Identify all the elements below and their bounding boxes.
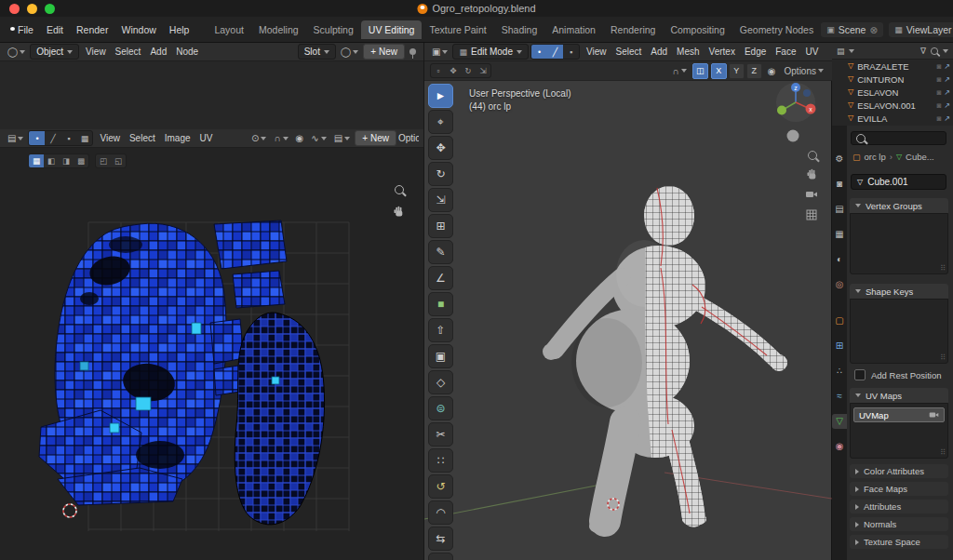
- outliner-item-brazalete[interactable]: ▽BRAZALETE◙↗: [832, 60, 953, 73]
- hide-render-icon[interactable]: ◙: [936, 88, 941, 97]
- properties-tab-object-data[interactable]: ▽: [832, 414, 848, 429]
- add-rest-position-checkbox[interactable]: [854, 369, 866, 380]
- hide-render-icon[interactable]: ◙: [936, 75, 941, 84]
- render-camera-icon[interactable]: [929, 411, 939, 419]
- shape-keys-list[interactable]: ⠿: [850, 299, 948, 364]
- section-normals[interactable]: Normals: [850, 517, 948, 531]
- minimize-window-button[interactable]: [27, 4, 37, 14]
- add-cube-tool-button[interactable]: ■: [428, 292, 453, 316]
- resize-grip-icon[interactable]: ⠿: [940, 264, 946, 273]
- export-icon[interactable]: ↗: [944, 114, 950, 123]
- viewport-ortho-toggle-icon[interactable]: [803, 207, 820, 223]
- editor-type-button[interactable]: ▤: [5, 132, 26, 144]
- poly-build-tool-button[interactable]: ∷: [428, 448, 453, 473]
- viewport-menu-edge[interactable]: Edge: [740, 45, 771, 59]
- mode-dropdown[interactable]: ▦ Edit Mode: [452, 44, 529, 60]
- vertex-groups-section-header[interactable]: Vertex Groups: [850, 198, 948, 213]
- display-mode-button-1[interactable]: ◰: [96, 154, 111, 167]
- display-mode-button-2[interactable]: ◱: [111, 154, 126, 167]
- workspace-tab-modeling[interactable]: Modeling: [251, 20, 306, 39]
- resize-grip-icon[interactable]: ⠿: [940, 448, 946, 457]
- scene-unlink-icon[interactable]: ⊗: [869, 24, 878, 35]
- sticky-mode-button-1[interactable]: ▦: [29, 154, 44, 167]
- workspace-tab-rendering[interactable]: Rendering: [603, 20, 663, 39]
- properties-tab-render[interactable]: ◙: [832, 177, 848, 192]
- outliner-item-evilla[interactable]: ▽EVILLA◙↗: [832, 112, 953, 125]
- uv-vertex-select-button[interactable]: •: [29, 131, 45, 145]
- hide-render-icon[interactable]: ◙: [936, 101, 941, 110]
- properties-tab-output[interactable]: ▤: [832, 202, 848, 217]
- editor-type-button[interactable]: ◯: [5, 46, 28, 58]
- export-icon[interactable]: ↗: [944, 101, 950, 110]
- mirror-axis-x[interactable]: X: [711, 63, 727, 79]
- uv-maps-list[interactable]: UVMap ⠿: [850, 403, 948, 459]
- workspace-tab-shading[interactable]: Shading: [494, 20, 545, 39]
- uv-menu-image[interactable]: Image: [160, 131, 195, 145]
- workspace-tab-animation[interactable]: Animation: [544, 20, 603, 39]
- viewport-menu-view[interactable]: View: [582, 45, 611, 59]
- annotate-tool-button[interactable]: ✎: [428, 240, 453, 264]
- uv-menu-uv[interactable]: UV: [195, 131, 218, 145]
- edge-slide-tool-button[interactable]: ⇆: [428, 527, 453, 551]
- face-select-button[interactable]: ▪: [563, 45, 579, 59]
- workspace-tab-uv-editing[interactable]: UV Editing: [361, 20, 423, 39]
- tweak-select-tool-button[interactable]: ►: [428, 84, 453, 108]
- sticky-mode-button-2[interactable]: ◧: [44, 154, 59, 167]
- section-texture-space[interactable]: Texture Space: [850, 535, 948, 549]
- menu-window[interactable]: Window: [114, 21, 162, 38]
- section-color-attributes[interactable]: Color Attributes: [850, 464, 948, 478]
- pin-icon[interactable]: [409, 48, 416, 55]
- properties-tab-view-layer[interactable]: ▦: [832, 227, 848, 242]
- filter-icon[interactable]: ∇: [920, 47, 926, 56]
- edge-select-button[interactable]: ╱: [547, 45, 563, 59]
- close-window-button[interactable]: [9, 4, 20, 14]
- move-tool-button[interactable]: ✥: [428, 136, 453, 160]
- shader-editor-canvas[interactable]: [0, 61, 423, 130]
- viewlayer-selector[interactable]: ▦ ViewLayer ⊗: [889, 22, 953, 37]
- uv-zoom-icon[interactable]: [395, 185, 404, 196]
- knife-tool-button[interactable]: ✂: [428, 422, 453, 447]
- viewport-zoom-icon[interactable]: [804, 147, 821, 164]
- menu-edit[interactable]: Edit: [40, 21, 70, 38]
- new-material-button[interactable]: + New: [363, 44, 405, 60]
- section-attributes[interactable]: Attributes: [850, 500, 948, 513]
- properties-tab-material[interactable]: ◉: [832, 439, 848, 454]
- image-browse-button[interactable]: ▤: [331, 132, 353, 144]
- proportional-editing-button[interactable]: ◉: [765, 65, 779, 77]
- proportional-editing-button[interactable]: ◉: [293, 132, 307, 144]
- mirror-axis-y[interactable]: Y: [729, 63, 745, 79]
- camera-view-dot[interactable]: [787, 130, 799, 142]
- gizmo-button-4[interactable]: ⇲: [476, 64, 490, 77]
- hide-render-icon[interactable]: ◙: [936, 62, 941, 71]
- viewport-camera-icon[interactable]: [803, 186, 820, 203]
- properties-tab-tool[interactable]: ⚙: [832, 152, 848, 167]
- cursor-tool-button[interactable]: ⌖: [428, 110, 453, 134]
- uv-editor-canvas[interactable]: ▦ ◧ ◨ ▩ ◰ ◱: [0, 148, 423, 560]
- new-image-button[interactable]: + New: [355, 130, 396, 146]
- workspace-tab-compositing[interactable]: Compositing: [663, 20, 732, 39]
- shader-menu-node[interactable]: Node: [171, 45, 203, 59]
- shader-type-dropdown[interactable]: Object: [30, 44, 79, 60]
- viewport-menu-uv[interactable]: UV: [801, 45, 824, 59]
- properties-tab-physics[interactable]: ≈: [832, 389, 848, 404]
- mirror-icon-button[interactable]: ◫: [692, 63, 708, 79]
- transform-tool-button[interactable]: ⊞: [428, 214, 453, 238]
- spin-tool-button[interactable]: ↺: [428, 474, 453, 499]
- properties-tab-object[interactable]: ▢: [832, 313, 848, 328]
- sticky-mode-button-3[interactable]: ◨: [59, 154, 74, 167]
- scale-tool-button[interactable]: ⇲: [428, 188, 453, 212]
- options-dropdown[interactable]: Options: [782, 65, 826, 77]
- viewport-menu-select[interactable]: Select: [611, 45, 647, 59]
- uv-menu-view[interactable]: View: [95, 131, 125, 145]
- viewport-pan-hand-icon[interactable]: [803, 166, 820, 182]
- snap-toggle[interactable]: ∩: [670, 65, 690, 77]
- inset-faces-tool-button[interactable]: ▣: [428, 344, 453, 368]
- extrude-tool-button[interactable]: ⇧: [428, 318, 453, 342]
- snap-dropdown[interactable]: ∩: [271, 132, 290, 144]
- properties-tab-world[interactable]: ◎: [832, 277, 848, 292]
- viewport-menu-face[interactable]: Face: [771, 45, 800, 59]
- outliner-item-eslavon[interactable]: ▽ESLAVON◙↗: [832, 86, 953, 99]
- menu-help[interactable]: Help: [163, 21, 196, 38]
- zoom-window-button[interactable]: [45, 4, 55, 14]
- mirror-axis-z[interactable]: Z: [746, 63, 762, 79]
